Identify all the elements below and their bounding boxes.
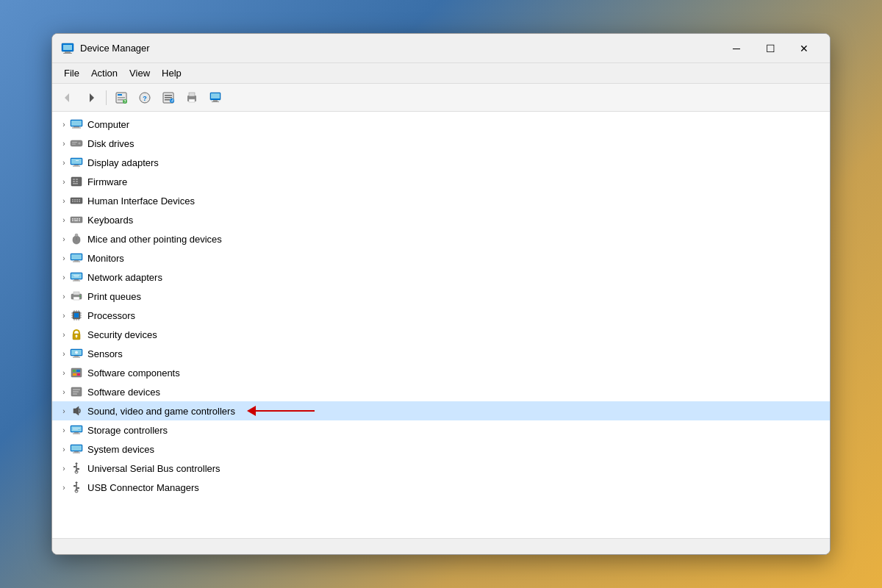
- tree-item-network[interactable]: › Network adapters: [52, 268, 830, 287]
- svg-marker-5: [90, 93, 94, 102]
- expand-icon-hid[interactable]: ›: [58, 195, 70, 207]
- expand-icon-processors[interactable]: ›: [58, 309, 70, 321]
- close-button[interactable]: ✕: [787, 37, 821, 60]
- svg-rect-79: [74, 297, 79, 300]
- maximize-button[interactable]: ☐: [753, 37, 787, 60]
- tree-item-usb-controllers[interactable]: › Universal Serial Bus controllers: [52, 459, 830, 478]
- svg-rect-110: [73, 391, 79, 392]
- monitor-button[interactable]: [204, 87, 226, 108]
- menu-help[interactable]: Help: [156, 65, 187, 82]
- svg-rect-52: [74, 201, 76, 203]
- tree-item-keyboards[interactable]: › Keyboards: [52, 210, 830, 229]
- minimize-button[interactable]: ─: [720, 37, 753, 60]
- icon-usb-controllers: [70, 462, 83, 475]
- svg-rect-7: [118, 94, 122, 96]
- svg-text:?: ?: [143, 95, 147, 102]
- icon-network: [70, 270, 83, 284]
- tree-item-display-adapters[interactable]: › Display adapters: [52, 153, 830, 172]
- properties-button[interactable]: ?: [110, 87, 132, 108]
- expand-icon-keyboards[interactable]: ›: [58, 214, 70, 226]
- label-firmware: Firmware: [87, 176, 127, 187]
- svg-rect-8: [118, 97, 125, 98]
- expand-icon-print-queues[interactable]: ›: [58, 290, 70, 302]
- menu-view[interactable]: View: [123, 65, 156, 82]
- forward-button[interactable]: [80, 87, 102, 108]
- icon-keyboards: [70, 213, 83, 226]
- tree-item-computer[interactable]: › Computer: [52, 115, 830, 134]
- icon-processors: [70, 309, 83, 322]
- svg-rect-33: [72, 142, 77, 143]
- expand-icon-computer[interactable]: ›: [58, 118, 70, 130]
- tree-item-usb-connector[interactable]: › USB Connector Managers: [52, 478, 830, 497]
- svg-rect-75: [74, 275, 79, 276]
- expand-icon-mice[interactable]: ›: [58, 233, 70, 245]
- label-display-adapters: Display adapters: [87, 157, 159, 168]
- svg-rect-57: [74, 218, 76, 220]
- expand-icon-monitors[interactable]: ›: [58, 252, 70, 264]
- svg-rect-29: [74, 126, 79, 128]
- tree-item-mice[interactable]: › Mice and other pointing devices: [52, 229, 830, 248]
- menu-action[interactable]: Action: [85, 65, 123, 82]
- expand-icon-usb-connector[interactable]: ›: [58, 481, 70, 493]
- icon-disk-drives: [70, 137, 83, 150]
- expand-icon-security[interactable]: ›: [58, 329, 70, 340]
- tree-item-disk-drives[interactable]: › Disk drives: [52, 134, 830, 153]
- expand-icon-storage[interactable]: ›: [58, 424, 70, 436]
- expand-icon-software-devices[interactable]: ›: [58, 386, 70, 398]
- svg-rect-55: [71, 217, 82, 223]
- expand-icon-usb-controllers[interactable]: ›: [58, 462, 70, 474]
- expand-icon-system-devices[interactable]: ›: [58, 443, 70, 455]
- expand-icon-network[interactable]: ›: [58, 271, 70, 283]
- svg-rect-103: [71, 368, 82, 377]
- svg-rect-66: [75, 234, 78, 237]
- svg-rect-60: [72, 220, 74, 222]
- expand-icon-firmware[interactable]: ›: [58, 176, 70, 187]
- tree-item-sound[interactable]: › Sound, video and game controllers: [52, 401, 830, 420]
- label-disk-drives: Disk drives: [87, 138, 135, 149]
- label-security: Security devices: [87, 329, 157, 340]
- tree-item-hid[interactable]: › Human Interface Devices: [52, 191, 830, 210]
- tree-item-software-components[interactable]: › Software components: [52, 363, 830, 382]
- arrow-indicator: [247, 406, 315, 416]
- print-button[interactable]: [181, 87, 203, 108]
- expand-icon-disk-drives[interactable]: ›: [58, 137, 70, 149]
- svg-rect-34: [72, 144, 76, 145]
- expand-icon-sensors[interactable]: ›: [58, 348, 70, 359]
- device-tree[interactable]: › Computer ›: [52, 112, 830, 538]
- tree-item-security[interactable]: › Security devices: [52, 325, 830, 344]
- svg-rect-3: [63, 53, 72, 54]
- svg-rect-41: [73, 179, 75, 180]
- expand-icon-sound[interactable]: ›: [58, 405, 70, 417]
- label-sensors: Sensors: [87, 348, 123, 359]
- expand-icon-display-adapters[interactable]: ›: [58, 157, 70, 168]
- svg-text:?: ?: [123, 98, 126, 103]
- svg-rect-76: [74, 276, 79, 277]
- svg-rect-56: [72, 218, 74, 220]
- back-button[interactable]: [57, 87, 79, 108]
- svg-rect-49: [76, 199, 78, 201]
- icon-system-devices: [70, 442, 83, 456]
- help-button[interactable]: ?: [134, 87, 156, 108]
- tree-item-firmware[interactable]: › Firmware: [52, 172, 830, 191]
- svg-rect-53: [76, 201, 78, 203]
- svg-rect-111: [73, 393, 77, 395]
- svg-rect-68: [71, 254, 82, 259]
- expand-icon-software-components[interactable]: ›: [58, 367, 70, 379]
- svg-rect-54: [79, 201, 80, 203]
- tree-item-system-devices[interactable]: › System devices: [52, 440, 830, 459]
- svg-rect-120: [71, 445, 82, 451]
- tree-item-sensors[interactable]: › Sensors: [52, 344, 830, 363]
- svg-rect-22: [189, 99, 195, 102]
- svg-marker-131: [75, 481, 78, 483]
- status-bar: [52, 538, 830, 554]
- tree-item-processors[interactable]: ›: [52, 306, 830, 325]
- svg-point-80: [79, 295, 81, 297]
- tree-item-print-queues[interactable]: › Print queues: [52, 287, 830, 306]
- menu-file[interactable]: File: [58, 65, 85, 82]
- content-area: › Computer ›: [52, 112, 830, 538]
- update-button[interactable]: ↺: [157, 87, 179, 108]
- tree-item-monitors[interactable]: › Monitors: [52, 248, 830, 268]
- window-title: Device Manager: [80, 43, 720, 54]
- tree-item-storage[interactable]: › Storage controllers: [52, 420, 830, 440]
- tree-item-software-devices[interactable]: › Software devices: [52, 382, 830, 401]
